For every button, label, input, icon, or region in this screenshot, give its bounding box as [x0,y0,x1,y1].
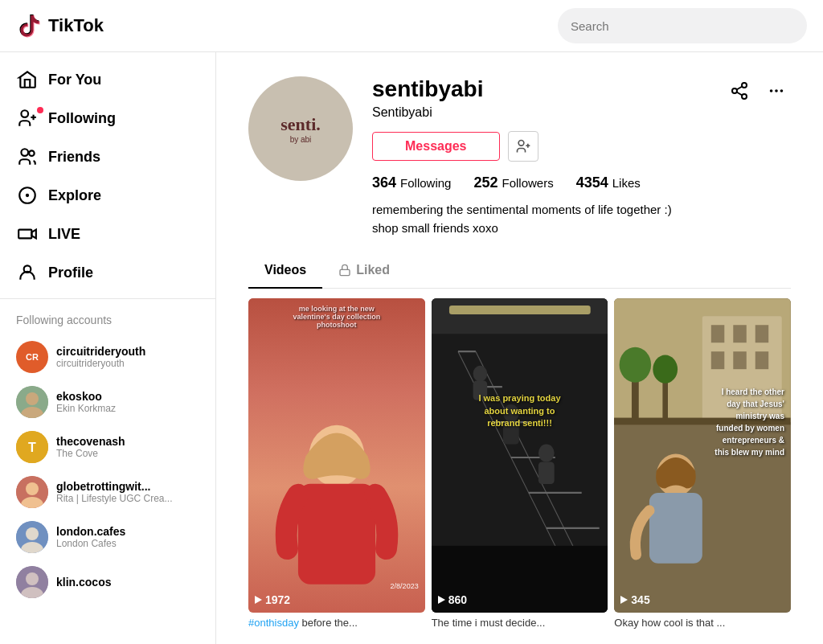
username-londoncafes: london.cafes [56,525,125,538]
svg-line-31 [737,87,743,90]
avatar-circuitrideryouth: CR [16,341,48,373]
nav-friends[interactable]: Friends [0,137,215,176]
svg-point-49 [473,366,487,382]
account-item-klin-cocos[interactable]: klin.cocos [0,560,215,605]
avatar-londoncafes [16,521,48,553]
account-item-thecovenash[interactable]: T thecovenash The Cove [0,425,215,470]
senti-logo-text: senti. [280,114,321,135]
play-count-1: 1972 [265,593,290,606]
bio-line1: remembering the sentimental moments of l… [372,201,672,219]
svg-point-66 [620,347,652,383]
profile-actions: Messages [372,131,672,162]
svg-rect-63 [734,351,747,369]
add-friend-button[interactable] [508,131,538,162]
account-item-globetrottingwit[interactable]: globetrottingwit... Rita | Lifestyle UGC… [0,470,215,515]
svg-point-24 [518,141,524,146]
bio-line2: shop small friends xoxo [372,219,672,238]
profile-displayname: Sentibyabi [372,105,672,120]
svg-point-29 [742,94,747,99]
share-button[interactable] [725,76,754,105]
main-nav: For You Following [0,60,215,292]
following-label: Following [400,176,451,190]
friends-icon [16,146,39,168]
profile-avatar: senti. by abi [248,76,353,181]
svg-point-53 [538,445,555,462]
account-item-londoncafes[interactable]: london.cafes London Cafes [0,515,215,560]
tab-liked[interactable]: Liked [322,253,406,289]
messages-button[interactable]: Messages [372,132,500,161]
display-ekoskoo: Ekin Korkmaz [56,403,116,414]
tab-videos-label: Videos [264,263,306,277]
nav-live[interactable]: LIVE [0,215,215,253]
nav-profile[interactable]: Profile [0,253,215,292]
likes-label: Likes [612,176,641,190]
play-icon-1 [255,596,262,604]
nav-explore[interactable]: Explore [0,176,215,215]
profile-header: senti. by abi sentibyabi Sentibyabi Mess… [248,76,791,237]
explore-icon [16,184,39,207]
tab-videos[interactable]: Videos [248,253,322,289]
svg-rect-64 [755,351,768,369]
video-card-1[interactable]: me looking at the newvalentine's day col… [248,298,425,629]
svg-point-32 [770,89,773,92]
logo-area: TikTok [16,13,104,39]
search-input[interactable] [558,8,807,43]
profile-username: sentibyabi [372,76,672,102]
following-accounts-label: Following accounts [0,306,215,334]
play-icon-3 [620,596,628,604]
hashtag-1: #onthisday [248,617,299,629]
video-card-2[interactable]: I was praying todayabout wanting torebra… [432,298,608,629]
nav-for-you[interactable]: For You [0,60,215,99]
caption-rest-1: before the... [299,617,358,629]
svg-rect-60 [734,325,747,343]
stat-following: 364 Following [372,174,451,191]
username-globetrottingwit: globetrottingwit... [56,480,173,493]
profile-bio: remembering the sentimental moments of l… [372,201,672,237]
video-overlay-text-1: me looking at the newvalentine's day col… [248,305,425,329]
svg-rect-40 [449,306,591,314]
nav-for-you-label: For You [48,72,101,88]
likes-count: 4354 [576,174,608,191]
svg-rect-71 [649,493,702,564]
account-item-ekoskoo[interactable]: ekoskoo Ekin Korkmaz [0,379,215,425]
video-overlay-text-2: I was praying todayabout wanting torebra… [436,392,604,429]
more-options-button[interactable] [762,76,791,105]
account-item-circuitrideryouth[interactable]: CR circuitrideryouth circuitrideryouth [0,334,215,379]
play-count-3: 345 [631,593,649,606]
svg-point-34 [780,89,784,92]
video-grid: me looking at the newvalentine's day col… [248,298,791,629]
nav-following-label: Following [48,110,116,127]
svg-point-68 [653,355,678,384]
display-circuitrideryouth: circuitrideryouth [56,358,145,369]
username-thecovenash: thecovenash [56,435,125,448]
followers-label: Followers [502,176,553,190]
video-caption-1: #onthisday before the... [248,617,425,629]
svg-rect-61 [755,325,768,343]
video-date-1: 2/8/2023 [391,582,419,590]
svg-rect-39 [432,298,608,334]
svg-point-6 [27,195,28,196]
nav-following[interactable]: Following [0,99,215,137]
video-caption-2: The time i must decide... [432,617,608,629]
video-play-count-2: 860 [438,593,467,606]
avatar-ekoskoo [16,386,48,418]
nav-profile-label: Profile [48,265,93,281]
svg-rect-54 [538,461,555,483]
video-card-3[interactable]: I heard the otherday that Jesus'ministry… [614,298,791,629]
username-klin-cocos: klin.cocos [56,576,111,589]
svg-text:T: T [28,441,36,454]
play-icon-2 [438,596,445,604]
svg-rect-35 [340,269,350,275]
svg-point-11 [26,392,39,405]
svg-point-33 [775,89,778,92]
app-title: TikTok [48,15,104,36]
video-play-count-1: 1972 [255,593,290,606]
stat-likes: 4354 Likes [576,174,641,191]
profile-icon [16,261,39,284]
live-icon [16,223,39,245]
avatar-thecovenash: T [16,431,48,463]
display-londoncafes: London Cafes [56,538,125,549]
senti-sub-text: by abi [290,135,312,144]
svg-point-27 [742,83,747,88]
username-circuitrideryouth: circuitrideryouth [56,345,145,358]
